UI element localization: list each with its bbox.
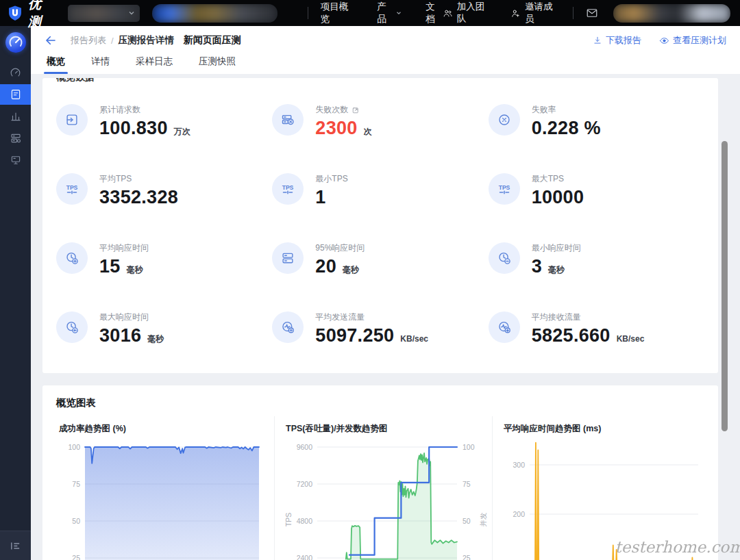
content-scroll-area[interactable]: 概览数据 累计请求数 100.830万次 失败次数 2300次 失败率 0.22…: [31, 74, 740, 560]
svg-text:50: 50: [72, 517, 80, 525]
tps-icon: TPS: [56, 173, 88, 205]
metric-card: 95%响应时间 20毫秒: [272, 236, 488, 305]
breadcrumb-current: 压测报告详情: [119, 34, 174, 47]
svg-text:100: 100: [68, 443, 80, 451]
traffic-out-icon: [272, 311, 304, 343]
svg-text:50: 50: [463, 517, 471, 525]
redacted-user-info[interactable]: [613, 4, 730, 23]
fail-rate-icon: [489, 104, 520, 136]
server-config-icon: [10, 132, 22, 144]
tps-icon: TPS: [272, 173, 304, 205]
nav-divider: [573, 7, 574, 19]
metric-card: 平均发送流量 5097.250KB/sec: [272, 305, 488, 373]
metric-label: 最大响应时间: [99, 311, 164, 323]
content-scrollbar[interactable]: [722, 26, 728, 560]
download-report-button[interactable]: 下载报告: [593, 34, 641, 47]
link-out-icon[interactable]: [352, 106, 360, 114]
tab-压测快照[interactable]: 压测快照: [199, 55, 236, 74]
svg-text:9600: 9600: [297, 443, 313, 451]
svg-text:75: 75: [463, 480, 471, 488]
metric-body: 平均接收流量 5825.660KB/sec: [532, 311, 645, 346]
redaction-blur: [152, 4, 278, 23]
metric-card: TPS 最大TPS 10000: [489, 167, 704, 236]
action-label: 查看压测计划: [673, 34, 726, 47]
charts-card: 概览图表 成功率趋势图 (%)100755025TPS(吞吐量)/并发数趋势图9…: [42, 385, 718, 560]
view-plan-button[interactable]: 查看压测计划: [659, 34, 726, 47]
metric-unit: 毫秒: [548, 264, 565, 276]
metric-value: 5097.250: [315, 325, 394, 346]
chart-svg-avg-response-time: 300200100: [502, 437, 708, 560]
mail-icon[interactable]: [586, 7, 598, 19]
charts-row: 成功率趋势图 (%)100755025TPS(吞吐量)/并发数趋势图960072…: [56, 416, 718, 560]
redaction-blur: [613, 4, 730, 23]
metric-value: 3352.328: [99, 187, 178, 208]
metrics-card: 概览数据 累计请求数 100.830万次 失败次数 2300次 失败率 0.22…: [42, 78, 718, 373]
svg-text:300: 300: [513, 461, 525, 469]
chart-title: 成功率趋势图 (%): [59, 423, 270, 435]
metric-body: 失败率 0.228 %: [532, 104, 601, 139]
clock-minus-icon: [489, 242, 520, 274]
metric-unit: KB/sec: [400, 334, 428, 344]
sidebar-item-bar-chart[interactable]: [0, 106, 31, 127]
metric-label: 平均接收流量: [532, 311, 645, 323]
metric-unit: KB/sec: [617, 334, 645, 344]
metric-label: 平均响应时间: [99, 242, 149, 254]
svg-text:200: 200: [513, 510, 525, 518]
metric-label: 平均TPS: [99, 173, 178, 185]
metric-value: 3: [532, 256, 542, 277]
sidebar-collapse-icon[interactable]: [0, 531, 31, 560]
charts-section-title: 概览图表: [56, 396, 718, 409]
metric-value: 100.830: [99, 118, 168, 139]
svg-text:TPS: TPS: [66, 184, 78, 191]
tab-概览[interactable]: 概览: [47, 55, 65, 74]
top-nav-action[interactable]: 邀请成员: [510, 1, 558, 25]
top-nav-actions: 加入团队邀请成员: [443, 1, 558, 25]
tab-采样日志[interactable]: 采样日志: [136, 55, 173, 74]
metric-body: 最小TPS 1: [315, 173, 347, 208]
chevron-down-icon: [127, 9, 136, 17]
top-nav-item-label: 文档: [426, 1, 442, 25]
report-actions: 下载报告查看压测计划: [593, 34, 726, 47]
metric-unit: 万次: [174, 126, 190, 138]
top-nav-item[interactable]: 项目概览: [321, 1, 354, 25]
tab-详情[interactable]: 详情: [91, 55, 110, 74]
eye-icon: [659, 36, 669, 46]
sidebar-item-report-doc[interactable]: [0, 84, 31, 105]
metric-body: 平均响应时间 15毫秒: [99, 242, 149, 277]
brand-shield-icon: [7, 5, 23, 21]
sidebar: [0, 26, 31, 560]
metric-value: 2300: [315, 118, 357, 139]
clock-plus-icon: [56, 242, 88, 274]
chart-panel-tps-concurrency: TPS(吞吐量)/并发数趋势图9600720048002400100755025…: [274, 416, 492, 560]
breadcrumb-parent[interactable]: 报告列表: [71, 34, 106, 47]
metric-label: 95%响应时间: [315, 242, 365, 254]
svg-text:100: 100: [463, 443, 475, 451]
top-nav-action-label: 加入团队: [457, 1, 490, 25]
sidebar-item-dashboard-gauge[interactable]: [0, 62, 31, 83]
download-icon: [593, 36, 602, 45]
top-nav-item[interactable]: 产品: [377, 1, 402, 25]
scrollbar-thumb[interactable]: [722, 141, 728, 431]
sidebar-item-server-config[interactable]: [0, 128, 31, 149]
top-nav-item[interactable]: 文档: [426, 1, 442, 25]
sidebar-item-host-machine[interactable]: [0, 150, 31, 170]
team-icon: [443, 8, 453, 18]
back-arrow-icon[interactable]: [45, 34, 57, 47]
svg-text:75: 75: [72, 480, 80, 488]
sidebar-logo-gauge-icon[interactable]: [5, 32, 26, 53]
metric-unit: 次: [364, 126, 372, 138]
metric-unit: 毫秒: [127, 264, 143, 276]
brand-name: 优测: [28, 0, 53, 31]
svg-text:并发: 并发: [479, 512, 487, 527]
top-nav-action-label: 邀请成员: [525, 1, 558, 25]
metric-card: 累计请求数 100.830万次: [56, 98, 272, 167]
traffic-in-icon: [489, 311, 520, 343]
redacted-project-selector[interactable]: [68, 5, 140, 22]
svg-text:7200: 7200: [297, 480, 313, 488]
metric-value: 5825.660: [532, 325, 610, 346]
tps-icon: TPS: [489, 173, 520, 205]
top-nav-action[interactable]: 加入团队: [443, 1, 490, 25]
clock-max-icon: [56, 311, 88, 343]
report-doc-icon: [10, 88, 22, 101]
brand[interactable]: 优测: [7, 0, 53, 31]
